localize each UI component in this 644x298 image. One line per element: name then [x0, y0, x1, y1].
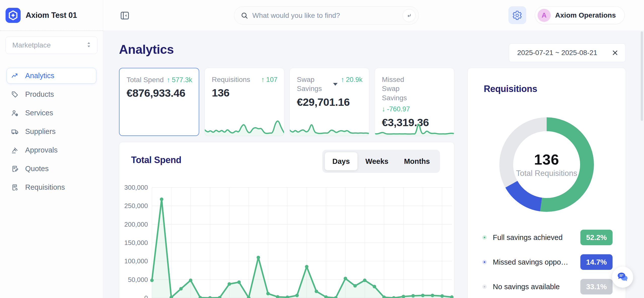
- kpi-card-requisitions[interactable]: Requisitions↑107136: [205, 68, 284, 136]
- sidebar-nav: AnalyticsProductsServicesSuppliersApprov…: [0, 68, 103, 195]
- search-input[interactable]: [252, 12, 398, 20]
- kpi-card-row: Total Spend↑577.3k€876,933.46Requisition…: [119, 68, 454, 136]
- collapse-sidebar-button[interactable]: [120, 11, 130, 21]
- sparkline-chart: [205, 117, 284, 136]
- sidebar-item-label: Requisitions: [25, 183, 65, 191]
- kpi-title: Requisitions: [212, 75, 250, 84]
- date-range-value: 2025-07-21 ~ 2025-08-21: [517, 49, 597, 57]
- panel-collapse-icon: [120, 11, 130, 21]
- sidebar-item-label: Suppliers: [25, 127, 56, 136]
- enter-key-icon: [406, 12, 412, 19]
- svg-text:300,000: 300,000: [124, 184, 148, 191]
- total-spend-chart: 300,000250,000200,000150,000100,00050,00…: [119, 142, 455, 298]
- kpi-card-total-spend[interactable]: Total Spend↑577.3k€876,933.46: [119, 68, 199, 136]
- legend-label: Full savings achieved: [493, 233, 580, 242]
- document-check-icon: [11, 184, 19, 191]
- svg-text:250,000: 250,000: [124, 202, 148, 210]
- legend-percentage-badge: 33.1%: [580, 279, 613, 294]
- svg-text:200,000: 200,000: [124, 221, 148, 228]
- gavel-icon: [11, 146, 19, 154]
- kpi-value: 136: [212, 87, 277, 99]
- document-pen-icon: [11, 165, 19, 173]
- legend-item-no-savings-available: No savings available33.1%: [482, 279, 613, 295]
- legend-item-missed-savings-oppo: Missed savings oppo…14.7%: [482, 254, 613, 270]
- org-logo-icon: [6, 8, 21, 23]
- user-menu-button[interactable]: A Axiom Operations: [535, 6, 625, 24]
- workspace-select[interactable]: Marketplace: [6, 36, 97, 54]
- user-gear-icon: [11, 109, 19, 117]
- sidebar-item-quotes[interactable]: Quotes: [7, 161, 96, 177]
- kpi-value: €876,933.46: [127, 87, 192, 99]
- user-name: Axiom Operations: [555, 11, 616, 19]
- close-icon: [611, 49, 619, 57]
- kpi-title: Total Spend: [127, 75, 164, 84]
- kpi-card-swap-savings[interactable]: Swap Savings↑20.9k€29,701.16: [290, 68, 369, 136]
- trending-up-icon: [11, 72, 19, 80]
- sidebar-item-analytics[interactable]: Analytics: [7, 68, 96, 84]
- select-chevrons-icon: [86, 41, 92, 49]
- sidebar-item-label: Approvals: [25, 146, 58, 154]
- search-submit-button[interactable]: [403, 9, 416, 22]
- total-spend-card: Total Spend DaysWeeksMonths 300,000250,0…: [119, 142, 454, 298]
- trend-up-icon: ↑: [261, 75, 265, 84]
- requisitions-card: Requisitions 136 Total Requisitions Full…: [467, 68, 626, 298]
- page-scrollbar-thumb[interactable]: [641, 31, 643, 121]
- kpi-trend: ↑577.3k: [167, 75, 192, 84]
- requisitions-donut-chart: [468, 68, 626, 229]
- trend-up-icon: ↑: [341, 75, 344, 84]
- clear-date-range-button[interactable]: [611, 49, 619, 57]
- trend-down-icon: ↓: [382, 105, 385, 114]
- legend-dot-icon: [482, 260, 487, 264]
- sidebar: Axiom Test 01 Marketplace AnalyticsProdu…: [0, 0, 103, 298]
- legend-label: Missed savings oppo…: [493, 258, 580, 266]
- kpi-value: €29,701.16: [297, 96, 363, 108]
- kpi-trend: ↑20.9k: [341, 75, 363, 84]
- date-range-filter[interactable]: 2025-07-21 ~ 2025-08-21: [509, 43, 626, 62]
- sparkline-chart: [290, 117, 369, 136]
- kpi-title: Swap Savings: [297, 75, 338, 93]
- sidebar-item-label: Products: [25, 90, 54, 98]
- svg-text:50,000: 50,000: [128, 276, 148, 283]
- org-home-link[interactable]: Axiom Test 01: [0, 0, 103, 31]
- sidebar-item-approvals[interactable]: Approvals: [7, 142, 96, 158]
- kpi-trend: ↑107: [261, 75, 277, 84]
- truck-icon: [11, 128, 19, 135]
- legend-item-full-savings-achieved: Full savings achieved52.2%: [482, 229, 613, 245]
- topbar: A Axiom Operations: [103, 0, 644, 31]
- workspace-select-value: Marketplace: [12, 41, 51, 49]
- svg-text:100,000: 100,000: [124, 257, 148, 265]
- kpi-title: Missed Swap Savings: [382, 75, 420, 103]
- org-name: Axiom Test 01: [26, 11, 77, 20]
- settings-button[interactable]: [508, 6, 526, 24]
- app-root: Axiom Test 01 Marketplace AnalyticsProdu…: [0, 0, 644, 298]
- chevron-down-icon[interactable]: [333, 83, 338, 86]
- avatar: A: [538, 9, 551, 22]
- topbar-actions: A Axiom Operations: [508, 6, 625, 24]
- sidebar-item-label: Quotes: [25, 165, 49, 173]
- legend-percentage-badge: 14.7%: [580, 254, 613, 270]
- kpi-card-missed-swap-savings[interactable]: Missed Swap Savings↓-760.97€3,319.36: [375, 68, 454, 136]
- donut-legend: Full savings achieved52.2%Missed savings…: [482, 229, 613, 298]
- global-search: [234, 6, 419, 25]
- page-title: Analytics: [119, 42, 174, 57]
- chat-support-button[interactable]: [612, 267, 633, 288]
- sidebar-item-label: Analytics: [25, 72, 54, 80]
- tag-icon: [11, 91, 19, 98]
- svg-text:150,000: 150,000: [124, 239, 148, 246]
- legend-percentage-badge: 52.2%: [580, 230, 613, 245]
- kpi-trend: ↓-760.97: [382, 105, 410, 114]
- sidebar-item-services[interactable]: Services: [7, 105, 96, 121]
- svg-text:0: 0: [144, 294, 148, 298]
- chat-bubbles-icon: [617, 271, 629, 283]
- sidebar-item-label: Services: [25, 109, 53, 117]
- sparkline-chart: [375, 117, 454, 136]
- legend-dot-icon: [482, 235, 487, 240]
- sidebar-item-products[interactable]: Products: [7, 86, 96, 102]
- trend-up-icon: ↑: [167, 75, 170, 84]
- legend-label: No savings available: [493, 283, 580, 291]
- legend-dot-icon: [482, 284, 487, 289]
- sidebar-item-suppliers[interactable]: Suppliers: [7, 124, 96, 139]
- sidebar-item-requisitions[interactable]: Requisitions: [7, 179, 96, 195]
- search-icon: [241, 12, 248, 19]
- gear-icon: [512, 10, 522, 20]
